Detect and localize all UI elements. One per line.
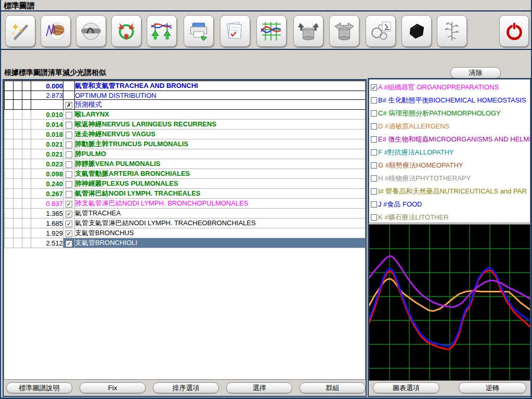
row-checkbox-checked[interactable]: ✓	[66, 211, 72, 217]
table-row[interactable]: 2.512✓支氣管BRONCHIOLI	[5, 238, 366, 248]
row-name[interactable]: 氣管淋巴結NODI LYMPH. TRACHEALES	[75, 189, 366, 199]
row-cell-blank	[22, 209, 31, 218]
row-name[interactable]: 喉返神經NERVUS LARINGEUS RECURRENS	[75, 120, 366, 130]
row-checkbox-cell	[63, 159, 75, 169]
table-row[interactable]: 0.018迷走神經NERVUS VAGUS	[5, 130, 366, 139]
category-checkbox[interactable]	[371, 214, 377, 221]
table-row[interactable]: 1.685✓氣管支氣管淋巴結NODI LYMPH. TRACHEOBRONCHI…	[5, 218, 366, 228]
row-name[interactable]: 氣管支氣管淋巴結NODI LYMPH. TRACHEOBRONCHIALES	[75, 218, 366, 228]
category-item[interactable]: C# 病理形態分析PATHOMORPHOLOGY	[369, 107, 530, 120]
row-name[interactable]: 肺PULMO	[75, 149, 366, 159]
category-item[interactable]: I# 營養品和天然藥品NUTRICEUTICALS and PAR	[369, 185, 530, 198]
row-checkbox[interactable]	[66, 141, 72, 148]
table-row[interactable]: 0.014喉返神經NERVUS LARINGEUS RECURRENS	[5, 120, 366, 130]
row-checkbox-x[interactable]: ✗	[66, 102, 72, 109]
toolbar-button-head-profile[interactable]	[76, 15, 106, 47]
row-checkbox-checked[interactable]: ✓	[66, 201, 72, 208]
category-checkbox[interactable]	[371, 188, 377, 195]
row-checkbox-checked[interactable]: ✓	[66, 230, 72, 237]
category-item[interactable]: E# 微生物和蠕蟲MICROORGANISMS AND HELMI	[369, 133, 530, 146]
row-name[interactable]: 氣管TRACHEA	[75, 209, 366, 218]
row-checkbox[interactable]	[66, 171, 72, 178]
row-checkbox[interactable]	[66, 112, 72, 119]
row-checkbox[interactable]	[66, 132, 72, 138]
toolbar-button-microscope-cells[interactable]	[366, 15, 396, 47]
toolbar-button-record-cards[interactable]	[220, 15, 250, 47]
sort-options-button[interactable]: 排序選項	[153, 382, 219, 393]
category-checkbox[interactable]	[371, 123, 377, 130]
category-checkbox[interactable]	[371, 201, 377, 208]
etalon-description-button[interactable]: 標準圖譜說明	[6, 382, 72, 393]
category-item[interactable]: H #植物療法PHYTOTHERAPY	[369, 172, 530, 185]
category-item[interactable]: ✓A #組織器官 ORGANOPREPARATIONS	[369, 81, 530, 94]
row-name[interactable]: 肺靜脈VENA PULMONALIS	[75, 159, 366, 169]
row-name[interactable]: 喉LARYNX	[75, 110, 366, 120]
toolbar-button-magic-wand[interactable]	[5, 15, 35, 47]
row-name[interactable]: 預測模式	[75, 100, 366, 110]
table-row[interactable]: 0.021肺PULMO	[5, 149, 366, 159]
toolbar-button-arrows-target[interactable]	[111, 15, 141, 47]
row-checkbox-cell: ✓	[63, 228, 75, 238]
table-row[interactable]: 0.021肺動脈主幹TRUNCUS PULMONALIS	[5, 139, 366, 149]
toolbar-button-black-stone[interactable]	[401, 15, 432, 47]
category-item[interactable]: K #礦石療法LITOTHER	[369, 211, 530, 223]
table-row[interactable]: 2.873OPTIMUM DISTRIBUTION	[5, 91, 366, 100]
row-checkbox-checked[interactable]: ✓	[66, 240, 72, 247]
printer-icon	[187, 20, 210, 43]
category-checkbox[interactable]	[371, 149, 377, 156]
clear-button[interactable]: 清除	[450, 67, 501, 79]
table-row[interactable]: 1.929✓支氣管BRONCHUS	[5, 228, 366, 238]
fix-button[interactable]: Fix	[80, 382, 146, 393]
row-name[interactable]: 肺動脈主幹TRUNCUS PULMONALIS	[75, 139, 366, 149]
category-item[interactable]: F #對抗療法ALLOPATHY	[369, 146, 530, 159]
row-name[interactable]: 迷走神經NERVUS VAGUS	[75, 130, 366, 139]
row-name[interactable]: 支氣管BRONCHUS	[75, 228, 366, 238]
row-checkbox[interactable]	[66, 191, 72, 198]
category-checkbox[interactable]	[371, 110, 377, 117]
row-checkbox[interactable]	[66, 181, 72, 188]
row-cell-blank	[5, 130, 14, 139]
row-name[interactable]: 支氣管動脈ARTERIA BRONCHIALES	[75, 169, 366, 179]
category-checkbox[interactable]	[371, 97, 377, 104]
row-cell-blank	[14, 179, 22, 189]
group-button[interactable]: 群組	[300, 382, 366, 393]
table-row[interactable]: 0.240肺神經叢PLEXUS PULMONALES	[5, 179, 366, 189]
row-checkbox-checked[interactable]: ✓	[66, 221, 72, 227]
toolbar-button-container-in[interactable]	[293, 15, 323, 47]
toolbar-button-printer[interactable]	[184, 15, 214, 47]
category-item[interactable]: G #順勢療法HOMEOPATHY	[369, 159, 530, 172]
category-item[interactable]: D #過敏原ALLERGENS	[369, 120, 530, 133]
row-name[interactable]: 支氣管BRONCHIOLI	[75, 238, 366, 248]
select-button[interactable]: 選擇	[226, 382, 292, 393]
row-name[interactable]: 肺支氣管淋巴結NODI LYMPH. BRONCHOPULMONALES	[75, 199, 366, 209]
table-row[interactable]: 1.365✓氣管TRACHEA	[5, 209, 366, 218]
table-row[interactable]: 0.010喉LARYNX	[5, 110, 366, 120]
table-row[interactable]: 0.098支氣管動脈ARTERIA BRONCHIALES	[5, 169, 366, 179]
chart-options-button[interactable]: 圖表選項	[373, 382, 439, 393]
category-item[interactable]: J #食品 FOOD	[369, 198, 530, 211]
row-checkbox[interactable]	[66, 151, 72, 158]
invert-button[interactable]: 逆轉	[459, 382, 526, 393]
black-stone-icon	[405, 20, 428, 43]
category-checkbox[interactable]	[371, 162, 377, 169]
toolbar-button-brain[interactable]	[41, 15, 71, 47]
toolbar-button-container-out[interactable]	[329, 15, 359, 47]
category-checkbox[interactable]	[371, 175, 377, 182]
toolbar-button-power[interactable]	[499, 15, 529, 47]
category-item[interactable]: B# 生化動態平衡BIOCHEMICAL HOMEOSTASIS	[369, 94, 530, 107]
table-row[interactable]: 0.267氣管淋巴結NODI LYMPH. TRACHEALES	[5, 189, 366, 199]
table-row[interactable]: ✗預測模式	[5, 100, 366, 110]
table-row[interactable]: 0.837✓肺支氣管淋巴結NODI LYMPH. BRONCHOPULMONAL…	[5, 199, 366, 209]
row-name[interactable]: 氣管和支氣管TRACHEA AND BRONCHI	[75, 81, 366, 91]
table-row[interactable]: 0.023肺靜脈VENA PULMONALIS	[5, 159, 366, 169]
row-name[interactable]: OPTIMUM DISTRIBUTION	[75, 91, 366, 100]
table-row[interactable]: 0.000氣管和支氣管TRACHEA AND BRONCHI	[5, 81, 366, 91]
category-checkbox-checked[interactable]: ✓	[371, 84, 377, 91]
toolbar-button-plant[interactable]	[437, 15, 467, 47]
toolbar-button-chart-grid[interactable]	[256, 15, 287, 47]
row-checkbox[interactable]	[66, 161, 72, 168]
row-checkbox[interactable]	[66, 122, 72, 128]
toolbar-button-compare-arrows[interactable]	[147, 15, 177, 47]
row-name[interactable]: 肺神經叢PLEXUS PULMONALES	[75, 179, 366, 189]
category-checkbox[interactable]	[371, 136, 377, 143]
